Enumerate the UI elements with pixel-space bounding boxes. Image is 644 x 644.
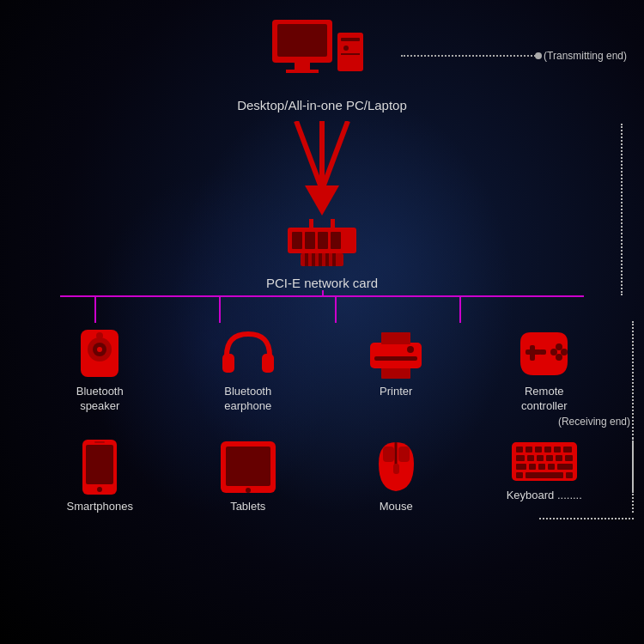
mouse-label: Mouse [380,500,413,513]
svg-point-46 [97,487,102,492]
speaker-icon [74,325,125,381]
phone-icon [79,438,120,496]
svg-rect-15 [318,232,328,249]
svg-rect-22 [319,253,322,266]
svg-rect-54 [393,464,399,474]
svg-rect-23 [325,253,329,266]
svg-rect-35 [374,356,417,361]
remote-controller-item: Remotecontroller [489,325,600,414]
svg-point-41 [550,349,557,355]
svg-rect-45 [86,445,113,484]
headphones-icon [218,325,278,381]
svg-rect-59 [544,447,551,453]
svg-rect-13 [292,232,302,249]
svg-point-29 [96,332,103,339]
mouse-item: Mouse [340,438,452,513]
pc-icons [270,15,374,96]
smartphone-item: Smartphones [44,438,155,513]
svg-line-8 [296,121,322,190]
svg-rect-34 [381,332,410,344]
svg-rect-67 [565,455,573,461]
svg-rect-33 [370,343,422,368]
bluetooth-earphone-item: Bluetoothearphone [192,325,304,414]
svg-rect-69 [529,464,536,470]
svg-line-10 [322,121,348,190]
svg-rect-70 [538,464,545,470]
svg-rect-14 [305,232,315,249]
svg-rect-49 [226,447,270,486]
svg-rect-21 [312,253,315,266]
svg-rect-66 [556,455,562,461]
mouse-icon [373,438,420,496]
connector-lines [13,295,631,325]
keyboard-item: Keyboard ........ [489,438,600,513]
svg-rect-2 [295,63,310,70]
svg-rect-24 [332,253,336,266]
bluetooth-earphone-label: Bluetoothearphone [224,385,271,414]
svg-rect-61 [563,447,572,453]
printer-icon [366,325,426,381]
svg-rect-7 [341,53,360,55]
svg-rect-71 [548,464,555,470]
svg-rect-73 [526,472,563,478]
svg-rect-16 [331,232,341,249]
svg-rect-64 [537,455,544,461]
keyboard-icon [510,438,579,485]
svg-point-40 [556,354,562,361]
svg-rect-72 [557,464,573,470]
svg-point-42 [561,349,568,355]
svg-rect-56 [516,447,523,453]
tablets-label: Tablets [230,500,265,513]
svg-point-50 [246,488,251,493]
svg-marker-11 [305,185,339,216]
tablet-icon [217,438,279,496]
svg-rect-62 [516,455,525,461]
svg-rect-58 [535,447,542,453]
transmitting-end-label: (Transmitting end) [544,50,627,62]
svg-rect-53 [398,447,410,462]
connection-arrow [279,121,365,228]
svg-rect-47 [94,441,105,443]
svg-rect-5 [341,38,360,41]
svg-point-39 [556,343,562,350]
devices-row-2: Smartphones Tablets Mouse [0,438,644,513]
svg-rect-17 [309,219,313,229]
svg-rect-60 [554,447,561,453]
printer-label: Printer [380,385,412,398]
svg-rect-57 [526,447,532,453]
svg-rect-68 [516,464,526,470]
smartphones-label: Smartphones [67,500,133,513]
svg-rect-31 [262,354,274,373]
devices-row-1: Bluetoothspeaker Bluetoothearphone [0,325,644,414]
pci-label: PCI-E network card [266,276,378,290]
svg-point-28 [97,347,102,352]
tablet-item: Tablets [192,438,304,513]
svg-rect-20 [305,253,308,266]
printer-item: Printer [340,325,452,414]
receiving-end-label: (Receiving end) [0,416,644,428]
svg-point-36 [407,346,414,353]
svg-rect-38 [530,345,535,361]
svg-rect-1 [277,24,327,57]
svg-rect-18 [331,219,335,229]
svg-rect-65 [546,455,553,461]
keyboard-label: Keyboard ........ [507,489,582,501]
svg-rect-43 [539,349,546,355]
svg-rect-74 [516,472,523,478]
remote-controller-label: Remotecontroller [521,385,567,414]
pc-label: Desktop/All-in-one PC/Laptop [237,98,407,112]
svg-rect-30 [222,354,234,373]
pci-card-icon [283,219,361,274]
svg-rect-75 [566,472,573,478]
svg-point-6 [343,46,349,51]
svg-rect-52 [383,447,394,462]
svg-rect-63 [527,455,534,461]
svg-rect-3 [286,70,319,73]
bluetooth-speaker-item: Bluetoothspeaker [44,325,155,414]
bluetooth-speaker-label: Bluetoothspeaker [76,385,124,414]
gamepad-icon [512,325,576,381]
